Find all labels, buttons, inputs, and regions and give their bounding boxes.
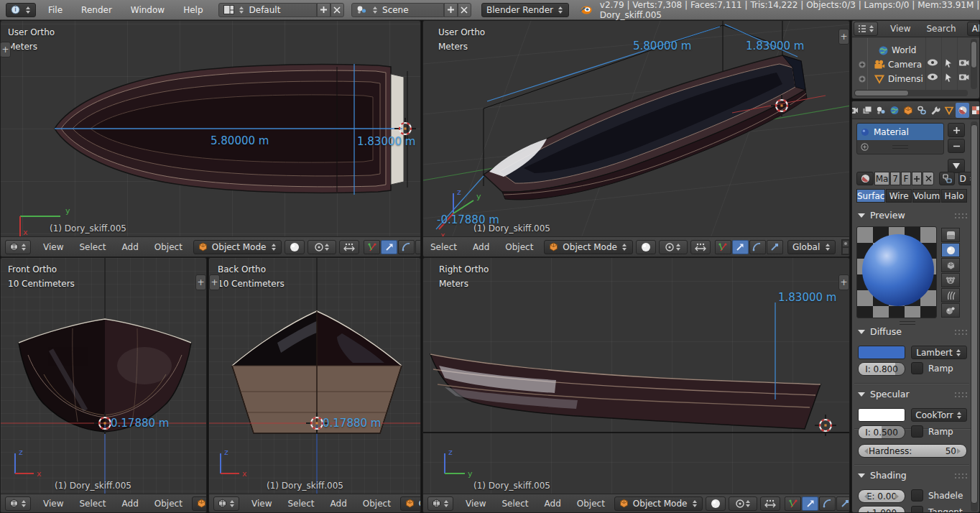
viewport-front[interactable]: z x Front Ortho 10 Centimeters 0.17880 m… [0, 257, 207, 513]
expand-icon[interactable] [858, 75, 866, 83]
cursor-select-icon[interactable] [944, 73, 953, 83]
menu-file[interactable]: File [39, 0, 72, 19]
preview-monkey-button[interactable] [941, 273, 960, 287]
diffuse-ramp-checkbox[interactable] [911, 362, 923, 374]
editor-type-button[interactable] [5, 496, 31, 511]
tab-texture[interactable] [969, 103, 980, 118]
panel-drag-grip[interactable] [955, 473, 967, 479]
open-properties-shelf-button[interactable]: + [838, 274, 849, 290]
outliner-vscrollbar[interactable] [971, 39, 977, 89]
pivot-dropdown[interactable] [729, 496, 757, 511]
menu-search[interactable]: Search [918, 24, 963, 34]
screen-layout-selector[interactable]: Default [218, 3, 317, 17]
menu-object[interactable]: Object [147, 499, 190, 509]
viewport-top-left[interactable]: y x User Ortho Meters 5.80000 m 1.83000 … [0, 20, 421, 257]
panel-header-diffuse[interactable]: Diffuse [858, 326, 902, 337]
mode-dropdown[interactable]: Object Mode [193, 240, 282, 254]
panel-header-preview[interactable]: Preview [858, 210, 905, 221]
preview-sphere-button[interactable] [941, 243, 960, 257]
increment-icon[interactable] [957, 448, 963, 454]
mode-dropdown[interactable]: Object [400, 496, 420, 511]
menu-select[interactable]: Select [71, 242, 114, 252]
viewport-front-canvas[interactable]: z x [1, 258, 207, 495]
open-properties-shelf-button[interactable]: + [195, 274, 206, 290]
new-material-button[interactable] [912, 172, 922, 185]
menu-view[interactable]: View [244, 499, 279, 509]
add-slot-icon[interactable] [861, 143, 869, 151]
eye-icon[interactable] [927, 58, 938, 67]
viewport-top-right[interactable]: z y x User Ortho Meters 5.80000 m 1.8300… [422, 20, 850, 257]
render-engine-dropdown[interactable]: Blender Render [481, 3, 569, 17]
expand-icon[interactable] [858, 60, 866, 69]
menu-view[interactable]: View [35, 242, 71, 252]
specular-ramp-checkbox[interactable] [911, 425, 923, 438]
ambient-field[interactable]: : 1.000 [858, 506, 905, 513]
menu-add[interactable]: Add [114, 242, 147, 252]
users-count-button[interactable]: 7 [890, 172, 900, 185]
specular-intensity-slider[interactable]: I: 0.500 [858, 425, 905, 439]
open-toolshelf-button[interactable]: + [0, 42, 11, 57]
menu-view[interactable]: View [458, 499, 494, 509]
mode-dropdown[interactable]: Object Mode [544, 240, 633, 254]
editor-type-button[interactable] [5, 240, 31, 254]
tab-wire[interactable]: Wire [886, 189, 912, 203]
browse-material-button[interactable] [856, 172, 874, 185]
specular-color-swatch[interactable] [858, 408, 905, 422]
outliner-row-camera[interactable]: Camera [858, 57, 922, 72]
center-points-button[interactable] [690, 240, 711, 254]
delete-scene-button[interactable] [458, 3, 471, 17]
material-name-field[interactable]: Ma [874, 172, 889, 185]
viewport-back[interactable]: z x Back Ortho 10 Centimeters 0.17880 m … [208, 257, 421, 513]
fake-user-button[interactable]: F [901, 172, 911, 185]
specular-shader-dropdown[interactable]: CookTorr [911, 408, 967, 422]
add-layout-button[interactable] [317, 3, 330, 17]
menu-render[interactable]: Render [72, 0, 121, 19]
render-restrict-icon[interactable] [958, 73, 969, 81]
panel-header-shading[interactable]: Shading [858, 470, 907, 481]
menu-view[interactable]: View [882, 24, 918, 34]
tab-material[interactable] [956, 103, 969, 118]
slot-specials-button[interactable] [948, 159, 965, 173]
menu-object[interactable]: Object [355, 499, 399, 509]
properties-vscrollbar[interactable] [971, 121, 978, 512]
delete-layout-button[interactable] [330, 3, 344, 17]
panel-drag-grip[interactable] [955, 213, 967, 218]
pivot-dropdown[interactable] [308, 240, 336, 254]
shading-dropdown[interactable] [706, 496, 726, 511]
rotate-manipulator-button[interactable] [819, 496, 836, 511]
manipulator-axes-button[interactable] [715, 240, 731, 254]
translate-manipulator-button[interactable] [381, 240, 397, 254]
tab-volume[interactable]: Volum [912, 189, 940, 203]
outliner-scope-dropdown[interactable]: All Sc [967, 22, 980, 36]
scale-manipulator-button[interactable] [767, 240, 783, 254]
rotate-manipulator-button[interactable] [749, 240, 766, 254]
menu-add[interactable]: Add [465, 242, 497, 252]
panel-drag-grip[interactable] [955, 392, 967, 397]
material-slot-item[interactable]: Material [857, 124, 943, 140]
use-nodes-button[interactable] [939, 172, 955, 185]
mode-dropdown[interactable]: Object Mode [614, 496, 703, 511]
center-points-button[interactable] [339, 240, 359, 254]
translate-manipulator-button[interactable] [732, 240, 749, 254]
orientation-dropdown[interactable]: Global [787, 240, 836, 254]
diffuse-intensity-slider[interactable]: I: 0.800 [858, 362, 905, 376]
preview-hair-button[interactable] [941, 288, 960, 302]
menu-select[interactable]: Select [494, 499, 536, 509]
diffuse-shader-dropdown[interactable]: Lambert [911, 346, 967, 359]
open-toolshelf-button[interactable]: + [209, 274, 220, 290]
rotate-manipulator-button[interactable] [398, 240, 415, 254]
scene-selector[interactable]: Scene [351, 3, 444, 17]
panel-header-specular[interactable]: Specular [858, 389, 910, 399]
tab-world[interactable] [887, 103, 901, 118]
render-restrict-icon[interactable] [958, 58, 969, 67]
viewport-top-canvas[interactable]: y x [1, 21, 421, 238]
menu-object[interactable]: Object [147, 242, 190, 252]
menu-add[interactable]: Add [537, 499, 569, 509]
preview-cube-button[interactable] [941, 258, 960, 272]
preview-flat-button[interactable] [941, 228, 960, 242]
mode-dropdown[interactable]: Object [192, 496, 206, 511]
viewport-back-canvas[interactable]: z x [209, 258, 421, 495]
editor-type-button[interactable] [854, 22, 878, 36]
tab-object-data[interactable] [942, 103, 956, 118]
tangent-checkbox[interactable] [911, 506, 923, 513]
